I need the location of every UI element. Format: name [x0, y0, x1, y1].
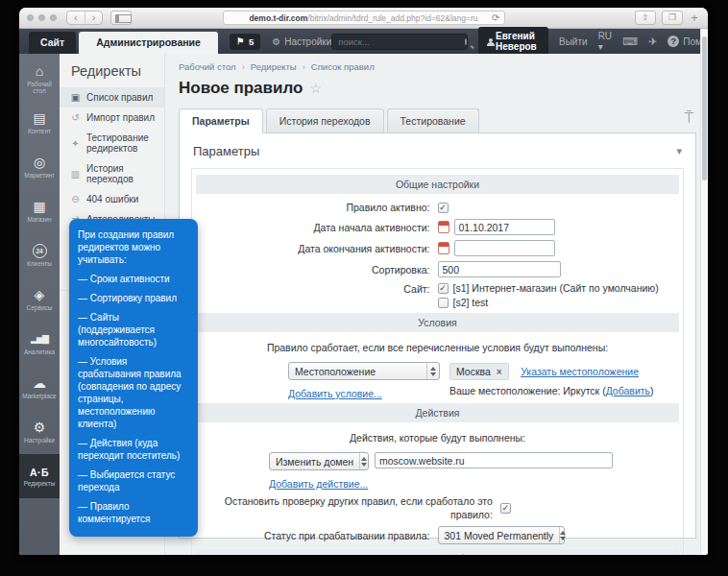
tabs-overview-icon[interactable]: ❐	[662, 11, 683, 25]
select-stepper-icon	[359, 453, 368, 469]
site-s1-checkbox[interactable]	[438, 283, 449, 294]
sidebar-item-rules-list[interactable]: ▣Список правил	[60, 87, 164, 108]
stop-check-checkbox[interactable]	[500, 503, 511, 514]
rule-form: Общие настройки Правило активно: Дата на…	[191, 168, 684, 555]
notifications-count: 5	[249, 36, 254, 47]
reload-icon[interactable]: ⟳	[492, 12, 499, 23]
rail-item-services[interactable]: ◈Сервисы	[19, 277, 60, 322]
conditions-intro: Правило сработает, если все перечисленны…	[196, 342, 679, 353]
section-conditions: Условия	[196, 313, 679, 332]
gear-icon: ⚙	[34, 420, 46, 435]
calendar-icon[interactable]	[438, 221, 449, 233]
notifications-button[interactable]: ⚑ 5	[230, 34, 260, 50]
calendar-icon[interactable]	[438, 242, 449, 254]
condition-type-select[interactable]: Местоположение	[288, 362, 440, 380]
traffic-lights[interactable]	[27, 14, 57, 21]
search-box[interactable]	[331, 34, 468, 50]
sidebar-item-import[interactable]: ↺Импорт правил	[60, 108, 164, 128]
language-selector[interactable]: RU ▾	[598, 31, 612, 52]
status-label: Статус при срабатывании правила:	[196, 529, 438, 542]
rail-item-marketing[interactable]: ◎Маркетинг	[19, 145, 60, 189]
breadcrumb-desktop[interactable]: Рабочий стол	[179, 61, 236, 72]
address-bar[interactable]: demo.t-dir.com/bitrix/admin/tdrd_rule_ad…	[223, 11, 505, 25]
tooltip-bullet: — Сроки активности	[78, 273, 189, 285]
parameters-panel: Параметры ▾ Общие настройки Правило акти…	[179, 132, 696, 539]
sidebar-toggle-icon[interactable]	[110, 11, 132, 25]
close-icon[interactable]	[27, 14, 34, 21]
help-icon: ?	[667, 36, 679, 47]
forward-icon[interactable]: ›	[85, 12, 103, 24]
set-location-link[interactable]: Указать местоположение	[521, 366, 639, 377]
nav-buttons[interactable]: ‹ ›	[66, 11, 103, 25]
rail-item-content[interactable]: ▤Контент	[19, 101, 60, 145]
domain-input[interactable]	[375, 452, 613, 468]
rail-item-marketplace[interactable]: ☁Marketplace	[19, 366, 60, 410]
logout-link[interactable]: Выйти	[559, 36, 588, 47]
home-icon: ⌂	[36, 64, 43, 79]
back-icon[interactable]: ‹	[67, 12, 85, 24]
active-checkbox[interactable]	[438, 203, 449, 213]
add-condition-link[interactable]: Добавить условие...	[288, 388, 440, 399]
minimize-icon[interactable]	[38, 14, 45, 21]
tooltip-bullet: — Сайты (поддерживается многосайтовость)	[78, 311, 189, 348]
url-host: demo.t-dir.com	[249, 13, 307, 23]
rail-item-redirects[interactable]: А·БРедиректы	[19, 454, 60, 498]
target-icon: ◎	[34, 156, 45, 170]
date-end-input[interactable]	[454, 240, 555, 256]
location-chip: Москва ×	[449, 363, 509, 380]
pin-tabs-icon[interactable]: ⍑	[684, 109, 693, 127]
administration-tab[interactable]: Администрирование	[79, 32, 218, 54]
rail-item-store[interactable]: ▦Магазин	[19, 189, 60, 233]
rail-item-desktop[interactable]: ⌂Рабочий стол	[19, 57, 60, 101]
search-icon[interactable]	[465, 38, 467, 45]
date-start-label: Дата начала активности:	[196, 221, 438, 234]
rail-item-settings[interactable]: ⚙Настройки	[19, 410, 60, 454]
favorite-star-icon[interactable]: ☆	[309, 81, 322, 96]
sidebar-item-testing[interactable]: ✦Тестирование редиректов	[60, 128, 164, 158]
remove-chip-icon[interactable]: ×	[497, 367, 502, 377]
user-menu-button[interactable]: Евгений Неверов	[478, 27, 548, 56]
breadcrumb-separator: ›	[303, 61, 305, 72]
add-action-link[interactable]: Добавить действие...	[269, 478, 369, 490]
breadcrumb-separator: ›	[242, 61, 245, 72]
new-tab-icon[interactable]: +	[689, 12, 700, 25]
hotkeys-icon[interactable]: ⌨	[622, 36, 638, 48]
action-type-select[interactable]: Изменить домен	[269, 452, 369, 470]
tab-history[interactable]: История переходов	[266, 108, 384, 132]
sidebar-item-404[interactable]: ⊖404 ошибки	[60, 189, 164, 209]
rail-item-clients[interactable]: 24Клиенты	[19, 233, 60, 277]
breadcrumb-rules-list[interactable]: Список правил	[311, 61, 375, 72]
share-icon[interactable]: ⇧	[635, 11, 656, 25]
browser-chrome: ‹ › demo.t-dir.com/bitrix/admin/tdrd_rul…	[19, 8, 708, 29]
page-scrollbar[interactable]	[700, 29, 708, 555]
tab-parameters[interactable]: Параметры	[179, 108, 263, 133]
lightbulb-icon: ✦	[70, 138, 81, 149]
tab-testing[interactable]: Тестирование	[387, 108, 479, 132]
import-icon: ↺	[70, 112, 81, 123]
add-location-link[interactable]: Добавить	[606, 385, 650, 396]
rail-item-analytics[interactable]: ▂▅▇Аналитика	[19, 322, 60, 366]
form-tabs: Параметры История переходов Тестирование…	[179, 108, 696, 132]
date-start-input[interactable]	[454, 219, 555, 235]
zoom-icon[interactable]	[50, 14, 57, 21]
search-input[interactable]	[338, 36, 465, 47]
site-tab[interactable]: Сайт	[29, 32, 76, 54]
tooltip-bullet: — Выбирается статус перехода	[78, 468, 189, 493]
tooltip-bullet: — Сортировку правил	[78, 292, 189, 304]
sort-input[interactable]	[438, 261, 561, 277]
settings-button[interactable]: ⚙ Настройки	[272, 36, 331, 47]
settings-label: Настройки	[284, 36, 331, 47]
site-s2-checkbox[interactable]	[438, 298, 449, 308]
user-name: Евгений Неверов	[496, 31, 540, 52]
layers-icon: ◈	[35, 288, 45, 302]
select-stepper-icon	[426, 363, 439, 379]
collapse-chevron-icon[interactable]: ▾	[676, 145, 682, 157]
minus-circle-icon: ⊖	[70, 194, 81, 204]
breadcrumb-redirects[interactable]: Редиректы	[251, 61, 297, 72]
pin-icon[interactable]: ✈	[648, 36, 657, 48]
scrollbar-thumb[interactable]	[702, 36, 707, 180]
status-select[interactable]: 301 Moved Permanently	[438, 526, 565, 544]
url-path: /bitrix/admin/tdrd_rule_add.php?id=62&la…	[307, 13, 477, 23]
select-stepper-icon	[559, 527, 566, 543]
sidebar-item-history[interactable]: ▥История переходов	[60, 158, 164, 189]
